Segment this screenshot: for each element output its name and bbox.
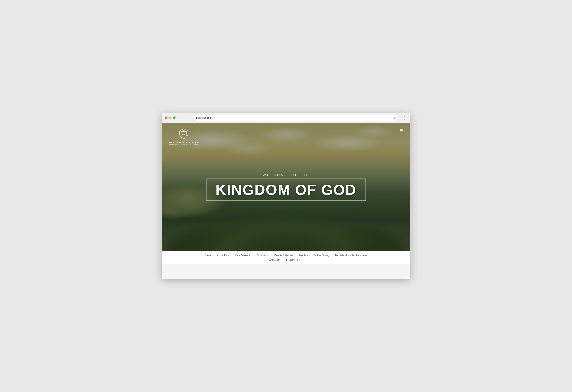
kingdom-box: KINGDOM OF GOD <box>206 179 366 201</box>
about-dropdown-icon: ▾ <box>228 254 229 256</box>
kingdom-title: KINGDOM OF GOD <box>216 182 356 197</box>
browser-nav-buttons: ← → <box>178 115 191 121</box>
logo-name: BASILEIA MINISTRIES <box>169 141 198 144</box>
logo-subtitle: MONTEREY BAY <box>169 144 198 145</box>
nav-label-finding-faith: FINDING FAITH <box>286 259 305 261</box>
nav-item-events[interactable]: Events Calendar <box>274 254 293 257</box>
search-icon: ⌕ <box>394 116 396 119</box>
nav-item-newsletter[interactable]: Basileia Ministries Newsletter <box>335 254 368 257</box>
hero-section: BTM BASILEIA MINISTRIES MONTEREY BAY ≡ W… <box>162 123 410 251</box>
nav-label-ministries: Ministries <box>256 254 267 257</box>
nav-item-about[interactable]: About Us ▾ <box>217 254 229 257</box>
nav-item-home[interactable]: Home <box>204 254 211 257</box>
nav-row-2: Contact Us FINDING FAITH <box>162 259 410 264</box>
url-display: basileiamb.org <box>196 116 213 119</box>
nav-label-home: Home <box>204 254 211 257</box>
maximize-button[interactable] <box>173 116 175 119</box>
close-button[interactable] <box>165 116 167 119</box>
more-menu-button[interactable]: ⋮ <box>401 115 407 121</box>
more-icon: ⋮ <box>402 115 406 120</box>
hero-text-container: WELCOME TO THE KINGDOM OF GOD <box>187 173 385 201</box>
back-arrow-icon: ← <box>179 116 182 119</box>
browser-window: ← → basileiamb.org ⌕ ⋮ <box>162 113 410 279</box>
forward-button[interactable]: → <box>185 115 191 121</box>
nav-label-events: Events Calendar <box>274 254 293 257</box>
logo-icon: BTM <box>178 128 189 139</box>
hamburger-icon: ≡ <box>400 128 403 133</box>
navigation-bar: Home About Us ▾ GemSeekers Ministries ▾ … <box>162 251 410 264</box>
hamburger-menu-button[interactable]: ≡ <box>400 128 403 133</box>
nav-label-newsletter: Basileia Ministries Newsletter <box>335 254 368 257</box>
page-footer <box>162 264 410 279</box>
nav-item-media[interactable]: Media ▾ <box>299 254 308 257</box>
nav-item-finding-faith[interactable]: FINDING FAITH <box>286 259 305 261</box>
back-button[interactable]: ← <box>178 115 184 121</box>
welcome-text: WELCOME TO THE <box>187 173 385 177</box>
address-bar[interactable]: basileiamb.org ⌕ <box>193 115 399 121</box>
nav-label-about: About Us <box>217 254 227 257</box>
nav-row-1: Home About Us ▾ GemSeekers Ministries ▾ … <box>162 251 410 259</box>
svg-text:BTM: BTM <box>182 133 186 135</box>
nav-item-gemseekers[interactable]: GemSeekers <box>235 254 250 257</box>
nav-label-contact: Contact Us <box>268 259 280 261</box>
forward-arrow-icon: → <box>186 116 189 119</box>
browser-chrome: ← → basileiamb.org ⌕ ⋮ <box>162 113 410 123</box>
site-logo[interactable]: BTM BASILEIA MINISTRIES MONTEREY BAY <box>169 128 198 145</box>
ministries-dropdown-icon: ▾ <box>267 254 268 256</box>
nav-label-giving: Online Giving <box>314 254 329 257</box>
nav-label-media: Media <box>299 254 306 257</box>
minimize-button[interactable] <box>169 116 172 119</box>
nav-item-contact[interactable]: Contact Us <box>268 259 280 261</box>
nav-item-ministries[interactable]: Ministries ▾ <box>256 254 268 257</box>
nav-label-gemseekers: GemSeekers <box>235 254 250 257</box>
media-dropdown-icon: ▾ <box>307 254 308 256</box>
traffic-lights <box>165 116 175 119</box>
nav-item-giving[interactable]: Online Giving <box>314 254 329 257</box>
